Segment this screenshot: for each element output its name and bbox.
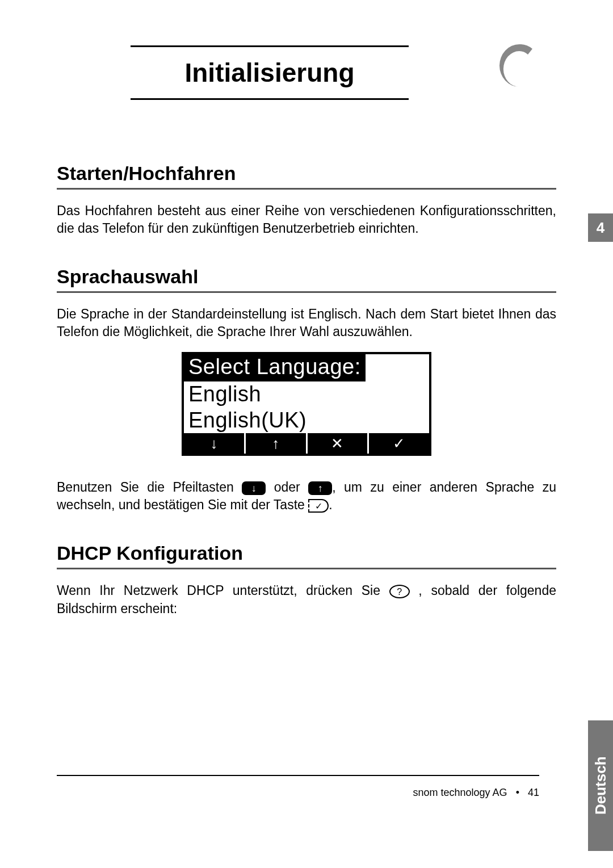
lcd-softkey-up-icon: ↑: [246, 433, 308, 454]
lcd-softkey-cancel-icon: ✕: [308, 433, 370, 454]
lcd-title: Select Language:: [184, 354, 366, 381]
arrow-down-key-icon: ↓: [242, 481, 266, 495]
footer-separator: •: [516, 787, 519, 798]
text-fragment: .: [329, 497, 332, 512]
page-title: Initialisierung: [184, 58, 354, 87]
footer: snom technology AG • 41: [413, 787, 539, 799]
lcd-softkey-row: ↓ ↑ ✕ ✓: [184, 433, 429, 454]
question-key-icon: ?: [389, 585, 410, 598]
paragraph-sprachauswahl-keys: Benutzen Sie die Pfeiltasten ↓ oder ↑, u…: [57, 479, 556, 514]
text-fragment: oder: [266, 480, 308, 494]
heading-dhcp: DHCP Konfiguration: [57, 542, 556, 569]
lcd-option-english-uk: English(UK): [184, 408, 429, 434]
text-fragment: Benutzen Sie die Pfeiltasten: [57, 480, 242, 494]
brand-logo-icon: [499, 44, 539, 87]
text-fragment: Wenn Ihr Netzwerk DHCP unterstützt, drüc…: [57, 583, 389, 598]
lcd-softkey-down-icon: ↓: [184, 433, 246, 454]
paragraph-starten: Das Hochfahren besteht aus einer Reihe v…: [57, 202, 556, 237]
confirm-key-icon: ✓: [308, 499, 329, 513]
lcd-option-english: English: [184, 381, 429, 408]
lcd-screen-illustration: Select Language: English English(UK) ↓ ↑…: [182, 352, 431, 456]
lcd-softkey-confirm-icon: ✓: [369, 433, 429, 454]
footer-page-number: 41: [528, 787, 539, 798]
paragraph-sprachauswahl-intro: Die Sprache in der Standardeinstellung i…: [57, 305, 556, 341]
heading-starten: Starten/Hochfahren: [57, 162, 556, 190]
chapter-tab: 4: [588, 213, 613, 242]
language-tab: Deutsch: [588, 720, 613, 851]
page-title-box: Initialisierung: [131, 45, 409, 100]
footer-company: snom technology AG: [413, 787, 507, 798]
footer-rule: [57, 775, 539, 776]
paragraph-dhcp: Wenn Ihr Netzwerk DHCP unterstützt, drüc…: [57, 582, 556, 617]
arrow-up-key-icon: ↑: [308, 481, 332, 495]
heading-sprachauswahl: Sprachauswahl: [57, 266, 556, 293]
